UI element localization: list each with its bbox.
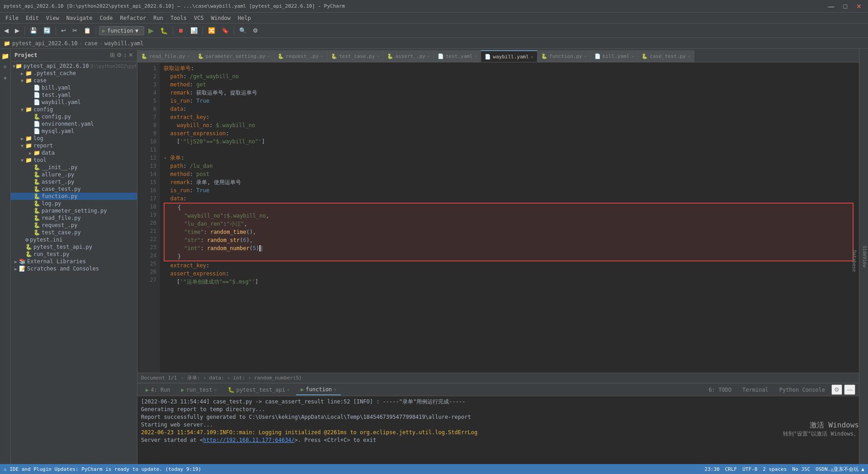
- tab-close-casetest[interactable]: ✕: [688, 54, 690, 59]
- menu-file[interactable]: File: [2, 14, 22, 22]
- tree-root[interactable]: ▼ 📁 pytest_api_2022.6.10 D:\python2022\p…: [11, 62, 137, 70]
- run-config-dropdown[interactable]: ▶ function ▼: [99, 26, 144, 35]
- status-indent[interactable]: 2 spaces: [763, 466, 787, 472]
- run-button[interactable]: ▶: [146, 25, 156, 36]
- editor[interactable]: 1 2 3 4 5 6 7 8 9 10 11 12 13 14 15 16 1…: [137, 62, 859, 373]
- tab-bill-yaml[interactable]: 📄 bill.yaml ✕: [591, 50, 638, 62]
- tree-bill-yaml[interactable]: ▶ 📄 bill.yaml: [11, 84, 137, 91]
- tree-config-py[interactable]: ▶ 🐍 config.py: [11, 113, 137, 120]
- status-utf8[interactable]: UTF-8: [742, 466, 757, 472]
- tab-close-request[interactable]: ✕: [321, 54, 323, 59]
- tab-test-yaml[interactable]: 📄 test.yaml ✕: [434, 50, 481, 62]
- tree-init-py[interactable]: ▶ 🐍 __init__.py: [11, 164, 137, 171]
- favorites-icon[interactable]: ★: [2, 72, 8, 83]
- tree-case[interactable]: ▼ 📁 case: [11, 77, 137, 84]
- tab-close-function[interactable]: ✕: [584, 54, 587, 59]
- server-link[interactable]: http://192.168.11.177:64634/: [203, 437, 294, 443]
- tab-close-readfile[interactable]: ✕: [187, 54, 189, 59]
- minimize-button[interactable]: —: [826, 2, 837, 11]
- menu-code[interactable]: Code: [96, 14, 117, 22]
- cut-button[interactable]: ✂: [70, 26, 80, 35]
- tab-close-waybill[interactable]: ✕: [531, 54, 533, 59]
- tree-data[interactable]: ▶ 📁 data: [11, 149, 137, 156]
- settings-icon[interactable]: ⚙: [117, 52, 122, 58]
- bottom-tab-todo[interactable]: 6: TODO: [704, 385, 736, 395]
- bottom-tab-python-console[interactable]: Python Console: [775, 385, 830, 395]
- tab-request[interactable]: 🐍 request_.py ✕: [274, 50, 327, 62]
- menu-refactor[interactable]: Refactor: [116, 14, 150, 22]
- tab-assert[interactable]: 🐍 assert_.py ✕: [383, 50, 434, 62]
- structure-icon[interactable]: ⚙: [3, 62, 7, 71]
- debug-button[interactable]: 🐛: [158, 26, 170, 36]
- tab-close-assert[interactable]: ✕: [427, 54, 430, 59]
- tree-config[interactable]: ▼ 📁 config: [11, 106, 137, 113]
- menu-tools[interactable]: Tools: [167, 14, 190, 22]
- bottom-tab-terminal[interactable]: Terminal: [738, 385, 773, 395]
- tree-run-test[interactable]: ▶ 🐍 run_test.py: [11, 251, 137, 258]
- maximize-button[interactable]: □: [841, 2, 850, 11]
- bottom-tab-pytest-api[interactable]: 🐛 pytest_test_api ✕: [223, 385, 294, 395]
- code-area[interactable]: 获取运单号: path: /get_waybill_no method: get…: [160, 62, 859, 373]
- tree-scratches[interactable]: ▶ 📝 Scratches and Consoles: [11, 265, 137, 272]
- back-button[interactable]: ◀: [2, 26, 11, 35]
- tab-close-bill[interactable]: ✕: [631, 54, 634, 59]
- stop-button[interactable]: ⏹: [176, 26, 186, 35]
- tree-case-test-py[interactable]: ▶ 🐍 case_test.py: [11, 185, 137, 193]
- tree-report[interactable]: ▼ 📁 report: [11, 142, 137, 149]
- tree-pytest-test-api[interactable]: ▶ 🐍 pytest_test_api.py: [11, 243, 137, 251]
- status-ide-errors[interactable]: ⚠ IDE and Plugin Updates: PyCharm is rea…: [4, 466, 201, 472]
- tree-tool[interactable]: ▼ 📁 tool: [11, 156, 137, 164]
- tree-request-py[interactable]: ▶ 🐍 request_.py: [11, 222, 137, 229]
- menu-vcs[interactable]: VCS: [190, 14, 208, 22]
- bottom-tab-function[interactable]: ▶ function ✕: [296, 384, 341, 395]
- tree-assert-py[interactable]: ▶ 🐍 assert_.py: [11, 178, 137, 185]
- bottom-minimize-button[interactable]: —: [844, 384, 855, 395]
- close-button[interactable]: ✕: [854, 2, 864, 11]
- menu-navigate[interactable]: Navigate: [63, 14, 96, 22]
- tab-parameter-setting[interactable]: 🐍 parameter_setting.py ✕: [194, 50, 274, 62]
- menu-window[interactable]: Window: [208, 14, 234, 22]
- status-crlf[interactable]: CRLF: [725, 466, 737, 472]
- bottom-gear-button[interactable]: ⚙: [831, 384, 842, 395]
- tab-close-param[interactable]: ✕: [267, 54, 270, 59]
- menu-view[interactable]: View: [42, 14, 63, 22]
- expand-icon[interactable]: ↕: [124, 52, 127, 58]
- tree-environment-yaml[interactable]: ▶ 📄 environment.yaml: [11, 120, 137, 128]
- tree-allure-py[interactable]: ▶ 🐍 allure_.py: [11, 171, 137, 178]
- pytest-api-tab-close[interactable]: ✕: [287, 387, 290, 392]
- tab-case-test[interactable]: 🐍 case_test.py ✕: [638, 50, 694, 62]
- sync-button[interactable]: 🔄: [41, 26, 53, 35]
- tab-read-file[interactable]: 🐍 read_file.py ✕: [137, 50, 194, 62]
- status-nojsc[interactable]: No JSC: [792, 466, 810, 472]
- close-sidebar-button[interactable]: ✕: [128, 52, 133, 58]
- runtest-tab-close[interactable]: ✕: [214, 387, 217, 392]
- menu-help[interactable]: Help: [234, 14, 255, 22]
- settings-button[interactable]: ⚙: [250, 26, 260, 35]
- forward-button[interactable]: ▶: [13, 26, 22, 35]
- menu-run[interactable]: Run: [150, 14, 167, 22]
- menu-edit[interactable]: Edit: [22, 14, 42, 22]
- tree-pytest-ini[interactable]: ▶ ⚙ pytest.ini: [11, 236, 137, 243]
- copy-button[interactable]: 📋: [81, 26, 93, 35]
- tree-log-py[interactable]: ▶ 🐍 log.py: [11, 200, 137, 207]
- breadcrumb-case[interactable]: case: [85, 40, 98, 47]
- tree-log[interactable]: ▶ 📁 log: [11, 135, 137, 142]
- bottom-tab-run-title[interactable]: ▶ 4: Run: [141, 385, 175, 395]
- save-button[interactable]: 💾: [28, 26, 39, 35]
- tab-close-testcase[interactable]: ✕: [377, 54, 379, 59]
- status-line-col[interactable]: 23:30: [705, 466, 720, 472]
- tree-read-file-py[interactable]: ▶ 🐍 read_file.py: [11, 214, 137, 222]
- tab-function-py[interactable]: 🐍 function.py ✕: [538, 50, 591, 62]
- scope-button[interactable]: ⊞: [110, 52, 115, 58]
- tree-external-libs[interactable]: ▶ 📚 External Libraries: [11, 258, 137, 265]
- project-icon[interactable]: 📁: [0, 51, 10, 62]
- vcs-button[interactable]: 🔀: [206, 26, 217, 35]
- tree-pytest-cache[interactable]: ▶ 📁 .pytest_cache: [11, 70, 137, 77]
- tree-mysql-yaml[interactable]: ▶ 📄 mysql.yaml: [11, 128, 137, 135]
- tree-parameter-setting-py[interactable]: ▶ 🐍 parameter_setting.py: [11, 207, 137, 214]
- breadcrumb-root[interactable]: pytest_api_2022.6.10: [12, 40, 78, 47]
- search-button[interactable]: 🔍: [237, 26, 249, 35]
- status-osdn[interactable]: OSDN.△亚东不会玩 ▲: [816, 466, 864, 473]
- undo-button[interactable]: ↩: [59, 26, 68, 35]
- tab-close-testyaml[interactable]: ✕: [474, 54, 477, 59]
